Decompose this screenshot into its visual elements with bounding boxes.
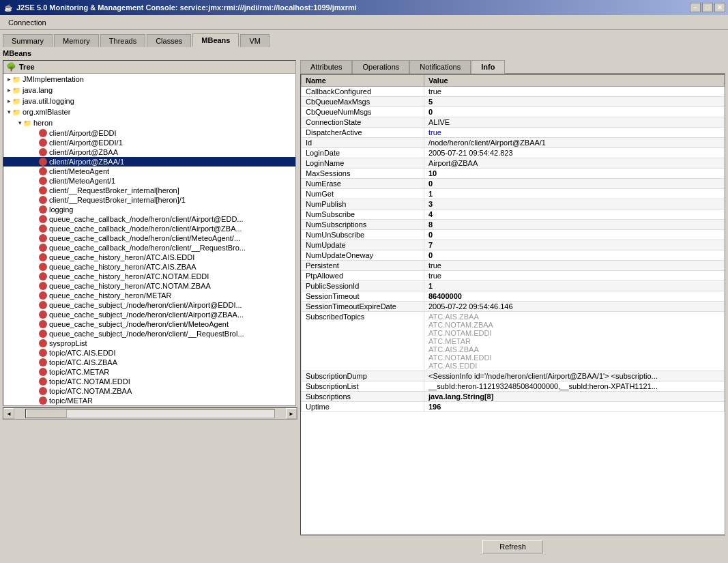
tree-node-label: client/Airport@EDDI — [49, 129, 117, 137]
tab-info[interactable]: Info — [471, 60, 505, 74]
tree-node-java-util-logging[interactable]: ▸📁java.util.logging — [3, 96, 295, 106]
inner-tabs: Attributes Operations Notifications Info — [300, 60, 725, 74]
expand-icon[interactable]: ▸ — [8, 98, 11, 104]
cell-name: CallbackConfigured — [302, 87, 424, 97]
tree-node-java-lang[interactable]: ▸📁java.lang — [3, 85, 295, 96]
tab-operations[interactable]: Operations — [352, 60, 409, 74]
tree-node-queue-cache-meteoagent[interactable]: queue_cache_callback_/node/heron/client/… — [3, 233, 295, 243]
tree-node-topic-atc-metar[interactable]: topic/ATC.METAR — [3, 367, 295, 377]
tree-node-queue-cache-airport-eddi[interactable]: queue_cache_callback_/node/heron/client/… — [3, 214, 295, 224]
horizontal-scrollbar[interactable]: ◄ ► — [3, 407, 297, 420]
tree-node-label: queue_cache_callback_/node/heron/client/… — [49, 244, 246, 252]
tree-node-client-airport-zbaa1[interactable]: client/Airport@ZBAA/1 — [3, 157, 295, 167]
tree-node-topic-atc-notam-zbaa[interactable]: topic/ATC.NOTAM.ZBAA — [3, 386, 295, 396]
tree-node-client-meteoagent1[interactable]: client/MeteoAgent/1 — [3, 176, 295, 186]
cell-value: 3 — [424, 199, 725, 210]
main-content: MBeans 🌳 Tree ▸📁JMImplementation▸📁java.l… — [0, 46, 728, 560]
tab-summary[interactable]: Summary — [3, 34, 53, 47]
tree-node-label: org.xmlBlaster — [23, 108, 70, 116]
table-row: NumSubscriptions8 — [302, 220, 725, 230]
table-row: MaxSessions10 — [302, 169, 725, 179]
tree-node-client-meteoagent[interactable]: client/MeteoAgent — [3, 167, 295, 176]
cell-name: SubscriptionList — [302, 381, 424, 392]
bean-icon — [39, 358, 47, 366]
cell-value: 0 — [424, 107, 725, 117]
scroll-thumb[interactable] — [26, 409, 67, 418]
tree-node-org-xmlblaster[interactable]: ▾📁org.xmlBlaster — [3, 106, 295, 117]
minimize-button[interactable]: − — [690, 3, 701, 12]
tree-node-client-reqbroker[interactable]: client/__RequestBroker_internal[heron] — [3, 186, 295, 195]
tab-attributes[interactable]: Attributes — [300, 60, 352, 74]
table-row: PtpAllowedtrue — [302, 271, 725, 281]
tree-node-label: client/MeteoAgent/1 — [49, 177, 115, 185]
menu-connection[interactable]: Connection — [3, 17, 52, 28]
table-body: CallbackConfiguredtrueCbQueueMaxMsgs5CbQ… — [302, 87, 725, 412]
table-row: SubscriptionDump<SessionInfo id='/node/h… — [302, 371, 725, 381]
main-tabs: Summary Memory Threads Classes MBeans VM — [0, 30, 728, 46]
tree-node-queue-subject-reqbroker[interactable]: queue_cache_subject_/node/heron/client/_… — [3, 329, 295, 338]
tree-node-queue-subject-airport-eddi[interactable]: queue_cache_subject_/node/heron/client/A… — [3, 300, 295, 310]
close-button[interactable]: ✕ — [714, 3, 725, 12]
tree-node-queue-subject-airport-zbaa[interactable]: queue_cache_subject_/node/heron/client/A… — [3, 310, 295, 319]
tree-node-queue-history-atc-notam-zbaa[interactable]: queue_cache_history_heron/ATC.NOTAM.ZBAA — [3, 281, 295, 291]
tree-node-topic-metar[interactable]: topic/METAR — [3, 396, 295, 405]
expand-icon[interactable]: ▾ — [8, 109, 11, 115]
tab-vm[interactable]: VM — [240, 34, 270, 47]
tree-node-logging[interactable]: logging — [3, 205, 295, 214]
tab-mbeans[interactable]: MBeans — [192, 33, 239, 47]
tree-node-client-reqbroker1[interactable]: client/__RequestBroker_internal[heron]/1 — [3, 195, 295, 205]
tree-node-label: logging — [49, 205, 73, 214]
folder-icon: 📁 — [12, 85, 21, 95]
tree-node-label: queue_cache_subject_/node/heron/client/_… — [49, 330, 244, 338]
tree-node-label: heron — [33, 119, 53, 127]
table-row: CallbackConfiguredtrue — [302, 87, 725, 97]
tree-node-heron[interactable]: ▾📁heron — [3, 117, 295, 128]
tree-node-queue-history-atc-notam-eddi[interactable]: queue_cache_history_heron/ATC.NOTAM.EDDI — [3, 272, 295, 281]
data-table: Name Value CallbackConfiguredtrueCbQueue… — [301, 74, 725, 412]
tab-memory[interactable]: Memory — [54, 34, 99, 47]
bean-icon — [39, 129, 47, 137]
table-row: CbQueueMaxMsgs5 — [302, 97, 725, 107]
folder-icon: 📁 — [23, 118, 32, 128]
tree-node-label: queue_cache_history_heron/ATC.AIS.ZBAA — [49, 263, 196, 271]
tree-node-sysproplist[interactable]: syspropList — [3, 338, 295, 348]
expand-icon[interactable]: ▸ — [8, 76, 11, 83]
scroll-right-btn[interactable]: ► — [286, 408, 297, 419]
tree-node-client-airport-zbaa[interactable]: client/Airport@ZBAA — [3, 147, 295, 157]
mbeans-label: MBeans — [3, 49, 725, 57]
bean-icon — [39, 396, 47, 405]
bean-icon — [39, 291, 47, 300]
tree-node-topic-atc-ais-zbaa[interactable]: topic/ATC.AIS.ZBAA — [3, 358, 295, 367]
tree-node-label: queue_cache_callback_/node/heron/client/… — [49, 225, 242, 233]
tree-node-queue-history-atc-ais-eddi[interactable]: queue_cache_history_heron/ATC.AIS.EDDI — [3, 252, 295, 262]
bean-icon — [39, 205, 47, 214]
tree-node-jmximplementation[interactable]: ▸📁JMImplementation — [3, 74, 295, 85]
window-title: J2SE 5.0 Monitoring & Management Console… — [16, 3, 357, 12]
tree-node-queue-history-atc-ais-zbaa[interactable]: queue_cache_history_heron/ATC.AIS.ZBAA — [3, 262, 295, 272]
maximize-button[interactable]: □ — [702, 3, 713, 12]
tab-threads[interactable]: Threads — [100, 34, 145, 47]
cell-value: ALIVE — [424, 117, 725, 128]
tree-node-queue-subject-meteoagent[interactable]: queue_cache_subject_/node/heron/client/M… — [3, 319, 295, 329]
tree-node-client-airport-eddi[interactable]: client/Airport@EDDI — [3, 128, 295, 138]
tree-node-client-airport-eddi1[interactable]: client/Airport@EDDI/1 — [3, 138, 295, 147]
tab-notifications[interactable]: Notifications — [409, 60, 471, 74]
folder-icon: 📁 — [12, 96, 21, 106]
cell-name: PublicSessionId — [302, 281, 424, 291]
tree-node-queue-cache-airport-zbaa[interactable]: queue_cache_callback_/node/heron/client/… — [3, 224, 295, 233]
tree-node-label: client/__RequestBroker_internal[heron] — [49, 186, 179, 194]
tree-node-topic-atc-notam-eddi[interactable]: topic/ATC.NOTAM.EDDI — [3, 377, 295, 386]
tree-node-label: queue_cache_callback_/node/heron/client/… — [49, 215, 244, 223]
tree-node-queue-history-metar[interactable]: queue_cache_history_heron/METAR — [3, 291, 295, 300]
scroll-left-btn[interactable]: ◄ — [3, 408, 14, 419]
scroll-track[interactable] — [25, 409, 275, 418]
col-name: Name — [302, 75, 424, 87]
tab-classes[interactable]: Classes — [147, 34, 191, 47]
refresh-button[interactable]: Refresh — [482, 540, 543, 553]
expand-icon[interactable]: ▾ — [18, 119, 22, 126]
expand-icon[interactable]: ▸ — [8, 87, 11, 93]
bean-icon — [39, 368, 47, 376]
bean-icon — [39, 301, 47, 309]
tree-node-queue-cache-reqbroker[interactable]: queue_cache_callback_/node/heron/client/… — [3, 243, 295, 252]
tree-node-topic-atc-ais-eddi[interactable]: topic/ATC.AIS.EDDI — [3, 348, 295, 358]
